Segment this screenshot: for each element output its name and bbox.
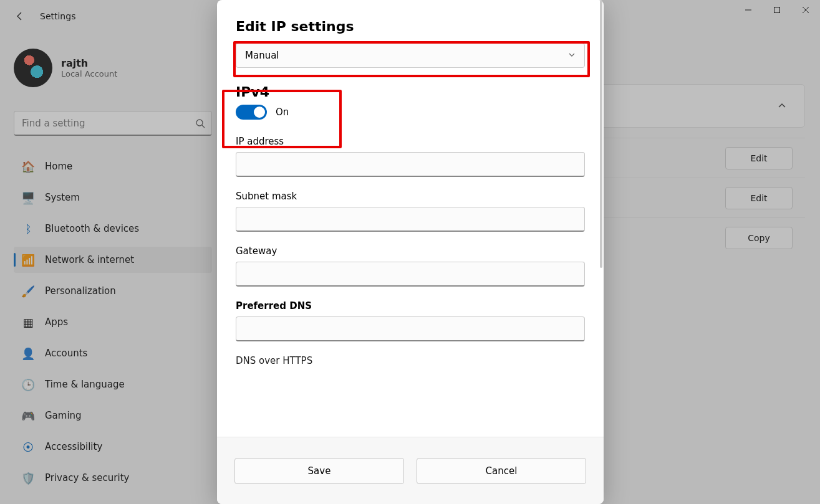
subnet-mask-input[interactable] [236,207,585,232]
ip-address-field: IP address [236,136,585,177]
ipv4-toggle[interactable] [236,105,267,120]
ipv4-toggle-row: On [236,105,585,120]
cancel-button[interactable]: Cancel [417,458,586,484]
ipv4-heading: IPv4 [236,84,585,100]
dropdown-value: Manual [245,50,279,61]
dialog-footer: Save Cancel [217,437,604,504]
chevron-down-icon [568,50,576,61]
gateway-field: Gateway [236,245,585,287]
field-label: Subnet mask [236,191,585,202]
field-label: IP address [236,136,585,147]
field-label: Gateway [236,245,585,257]
ip-address-input[interactable] [236,152,585,177]
field-label: Preferred DNS [236,300,585,311]
ip-mode-dropdown[interactable]: Manual [236,43,585,68]
dialog-title: Edit IP settings [236,19,585,34]
scrollbar[interactable] [600,0,602,268]
dns-over-https-label: DNS over HTTPS [236,355,585,366]
subnet-mask-field: Subnet mask [236,191,585,232]
save-button[interactable]: Save [234,458,404,484]
preferred-dns-field: Preferred DNS [236,300,585,341]
dialog-body: Edit IP settings Manual IPv4 On IP addre… [217,0,604,437]
edit-ip-dialog: Edit IP settings Manual IPv4 On IP addre… [217,0,604,504]
preferred-dns-input[interactable] [236,316,585,341]
gateway-input[interactable] [236,262,585,287]
ipv4-toggle-label: On [276,107,289,118]
